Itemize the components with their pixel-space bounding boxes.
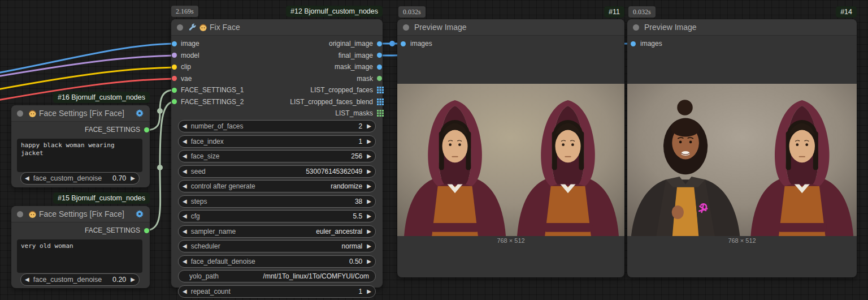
collapse-toggle[interactable] (177, 24, 183, 31)
increment-arrow[interactable]: ▶ (367, 153, 371, 159)
output-slot-final-image[interactable]: final_image (171, 50, 383, 62)
node-fix-face[interactable]: Fix Face image model clip vae FACE_SETTI… (171, 19, 383, 288)
output-slot-mask[interactable]: mask (171, 73, 383, 85)
output-dot[interactable] (377, 41, 382, 46)
decrement-arrow[interactable]: ◀ (183, 213, 187, 219)
list-grid-icon[interactable] (377, 110, 384, 117)
input-slot-images[interactable]: images (397, 38, 624, 50)
widget-label: yolo_path (189, 272, 263, 280)
widget-face-default-denoise[interactable]: ◀face_default_denoise0.50▶ (178, 255, 376, 268)
increment-arrow[interactable]: ▶ (367, 213, 371, 219)
input-label: images (407, 40, 432, 48)
widget-label: repeat_count (191, 288, 359, 295)
decrement-arrow[interactable]: ◀ (183, 259, 187, 264)
decrement-arrow[interactable]: ◀ (183, 183, 187, 189)
output-slot-face-settings[interactable]: FACE_SETTINGS (11, 225, 150, 237)
output-slot-face-settings[interactable]: FACE_SETTINGS (11, 124, 150, 136)
list-grid-icon[interactable] (377, 98, 384, 105)
decrement-arrow[interactable]: ◀ (183, 139, 187, 144)
widget-face-custom-denoise[interactable]: ◀ face_custom_denoise 0.20 ▶ (20, 273, 140, 286)
widget-seed[interactable]: ◀seed530076145362049▶ (178, 165, 376, 178)
decrement-arrow[interactable]: ◀ (183, 169, 187, 174)
output-dot[interactable] (377, 53, 382, 58)
widget-value: 1 (359, 288, 363, 295)
decrement-arrow[interactable]: ◀ (183, 289, 187, 294)
collapse-toggle[interactable] (17, 211, 23, 217)
output-slot-list-masks[interactable]: LIST_masks (171, 108, 383, 119)
increment-arrow[interactable]: ▶ (367, 183, 371, 189)
widget-yolo-path[interactable]: yolo_path/mnt/1To_linux/1To/COMFYUI/Com (178, 270, 376, 282)
decrement-arrow[interactable]: ◀ (25, 175, 29, 181)
increment-arrow[interactable]: ▶ (367, 289, 371, 294)
widget-stack: ◀number_of_faces2▶ ◀face_index1▶ ◀face_s… (178, 120, 376, 298)
output-dot[interactable] (144, 228, 149, 233)
gear-icon[interactable] (135, 109, 144, 118)
output-dot[interactable] (377, 76, 382, 81)
widget-face-custom-denoise[interactable]: ◀ face_custom_denoise 0.70 ▶ (20, 172, 140, 185)
input-dot[interactable] (401, 41, 406, 46)
widget-value: 256 (351, 152, 362, 160)
widget-face-size[interactable]: ◀face_size256▶ (178, 150, 376, 162)
increment-arrow[interactable]: ▶ (367, 199, 371, 204)
decrement-arrow[interactable]: ◀ (183, 229, 187, 234)
decrement-arrow[interactable]: ◀ (183, 199, 187, 204)
widget-sampler-name[interactable]: ◀sampler_nameeuler_ancestral▶ (178, 225, 376, 238)
increment-arrow[interactable]: ▶ (131, 277, 135, 282)
decrement-arrow[interactable]: ◀ (183, 243, 187, 249)
output-dot[interactable] (377, 65, 382, 70)
node-title: Fix Face (210, 23, 240, 32)
widget-scheduler[interactable]: ◀schedulernormal▶ (178, 240, 376, 252)
widget-label: sampler_name (191, 228, 316, 235)
increment-arrow[interactable]: ▶ (367, 259, 371, 264)
node-preview-image-11[interactable]: Preview Image images 768 × 512 (397, 19, 624, 277)
widget-value: 5.5 (353, 212, 363, 220)
widget-number-of-faces[interactable]: ◀number_of_faces2▶ (178, 120, 376, 132)
widget-value: euler_ancestral (316, 228, 362, 235)
widget-value: 0.20 (112, 276, 126, 284)
decrement-arrow[interactable]: ◀ (183, 153, 187, 159)
widget-value: /mnt/1To_linux/1To/COMFYUI/Com (263, 272, 369, 280)
decrement-arrow[interactable]: ◀ (183, 123, 187, 129)
output-slot-list-cropped-faces-blend[interactable]: LIST_cropped_faces_blend (171, 96, 383, 108)
output-slot-mask-image[interactable]: mask_image (171, 61, 383, 73)
collapse-toggle[interactable] (17, 110, 23, 117)
increment-arrow[interactable]: ▶ (367, 123, 371, 129)
output-slot-original-image[interactable]: original_image (171, 38, 383, 50)
increment-arrow[interactable]: ▶ (367, 243, 371, 249)
node-face-settings-16[interactable]: Face Settings [Fix Face] FACE_SETTINGS h… (11, 105, 150, 187)
gear-icon[interactable] (135, 209, 144, 218)
increment-arrow[interactable]: ▶ (367, 169, 371, 174)
input-slot-images[interactable]: images (627, 38, 857, 50)
node-id-badge: #11 (604, 6, 624, 18)
execution-time-badge: 0.032s (628, 6, 656, 18)
widget-steps[interactable]: ◀steps38▶ (178, 195, 376, 208)
increment-arrow[interactable]: ▶ (131, 175, 135, 181)
collapse-toggle[interactable] (633, 24, 639, 31)
graph-canvas[interactable]: 2.169s #12 Bjornulf_custom_nodes #16 Bjo… (0, 0, 868, 300)
increment-arrow[interactable]: ▶ (367, 229, 371, 234)
node-id-badge: #15 Bjornulf_custom_nodes (53, 192, 150, 204)
widget-cfg[interactable]: ◀cfg5.5▶ (178, 210, 376, 222)
collapse-toggle[interactable] (403, 24, 409, 31)
output-slot-list-cropped-faces[interactable]: LIST_cropped_faces (171, 84, 383, 96)
widget-value: 0.70 (112, 174, 126, 182)
prompt-textarea[interactable]: very old woman (17, 239, 142, 273)
prompt-textarea[interactable]: happy black woman wearing jacket (17, 139, 142, 172)
input-label: images (637, 40, 662, 48)
decrement-arrow[interactable]: ◀ (25, 277, 29, 282)
widget-control-after-generate[interactable]: ◀control after generaterandomize▶ (178, 180, 376, 192)
link-midpoint-dot[interactable] (157, 165, 163, 170)
output-dot[interactable] (144, 127, 149, 132)
output-label: original_image (329, 40, 373, 48)
link-midpoint-dot[interactable] (389, 41, 395, 46)
widget-repeat-count[interactable]: ◀repeat_count1▶ (178, 285, 376, 298)
node-title: Preview Image (644, 23, 697, 32)
node-preview-image-14[interactable]: Preview Image images 768 × 512 (627, 19, 857, 277)
widget-label: face_default_denoise (191, 258, 349, 265)
list-grid-icon[interactable] (377, 87, 384, 93)
widget-face-index[interactable]: ◀face_index1▶ (178, 135, 376, 148)
link-midpoint-dot[interactable] (157, 108, 163, 114)
increment-arrow[interactable]: ▶ (367, 139, 371, 144)
node-face-settings-15[interactable]: Face Settings [Fix Face] FACE_SETTINGS v… (11, 206, 150, 288)
input-dot[interactable] (631, 41, 636, 46)
